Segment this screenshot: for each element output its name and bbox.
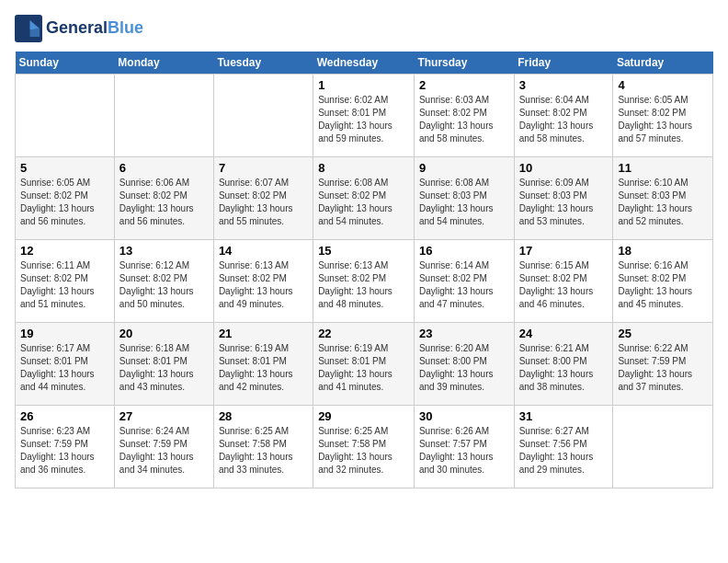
- calendar-cell: 19Sunrise: 6:17 AM Sunset: 8:01 PM Dayli…: [16, 323, 115, 406]
- day-info: Sunrise: 6:19 AM Sunset: 8:01 PM Dayligh…: [219, 342, 308, 394]
- calendar-cell: 8Sunrise: 6:08 AM Sunset: 8:02 PM Daylig…: [313, 157, 415, 240]
- day-number: 20: [119, 327, 209, 340]
- calendar-cell: 11Sunrise: 6:10 AM Sunset: 8:03 PM Dayli…: [613, 157, 713, 240]
- day-number: 29: [318, 409, 409, 423]
- calendar-cell: [213, 75, 313, 157]
- day-info: Sunrise: 6:10 AM Sunset: 8:03 PM Dayligh…: [618, 177, 708, 228]
- day-number: 12: [20, 244, 109, 258]
- day-info: Sunrise: 6:26 AM Sunset: 7:57 PM Dayligh…: [419, 425, 509, 477]
- logo: GeneralBlue: [15, 15, 143, 42]
- day-number: 16: [419, 244, 509, 258]
- day-info: Sunrise: 6:17 AM Sunset: 8:01 PM Dayligh…: [20, 342, 109, 394]
- day-number: 17: [519, 244, 609, 258]
- calendar-cell: 2Sunrise: 6:03 AM Sunset: 8:02 PM Daylig…: [414, 75, 514, 157]
- day-number: 31: [519, 409, 609, 423]
- calendar-cell: 26Sunrise: 6:23 AM Sunset: 7:59 PM Dayli…: [16, 406, 115, 488]
- weekday-header-monday: Monday: [114, 52, 213, 75]
- logo-icon: [15, 15, 42, 42]
- calendar-week-row: 26Sunrise: 6:23 AM Sunset: 7:59 PM Dayli…: [16, 406, 713, 488]
- day-number: 26: [20, 409, 109, 423]
- calendar-cell: 27Sunrise: 6:24 AM Sunset: 7:59 PM Dayli…: [114, 406, 213, 488]
- calendar-cell: 4Sunrise: 6:05 AM Sunset: 8:02 PM Daylig…: [613, 75, 713, 157]
- day-info: Sunrise: 6:08 AM Sunset: 8:02 PM Dayligh…: [318, 177, 409, 228]
- day-info: Sunrise: 6:22 AM Sunset: 7:59 PM Dayligh…: [618, 342, 708, 394]
- calendar-cell: [16, 75, 115, 157]
- weekday-header-friday: Friday: [514, 52, 613, 75]
- day-info: Sunrise: 6:21 AM Sunset: 8:00 PM Dayligh…: [519, 342, 609, 394]
- calendar-cell: 10Sunrise: 6:09 AM Sunset: 8:03 PM Dayli…: [514, 157, 613, 240]
- calendar-table: SundayMondayTuesdayWednesdayThursdayFrid…: [15, 52, 713, 488]
- day-number: 4: [618, 78, 708, 92]
- day-number: 24: [519, 327, 609, 340]
- weekday-header-tuesday: Tuesday: [213, 52, 313, 75]
- calendar-cell: 13Sunrise: 6:12 AM Sunset: 8:02 PM Dayli…: [114, 240, 213, 323]
- calendar-body: 1Sunrise: 6:02 AM Sunset: 8:01 PM Daylig…: [16, 75, 713, 488]
- calendar-cell: 24Sunrise: 6:21 AM Sunset: 8:00 PM Dayli…: [514, 323, 613, 406]
- weekday-header-wednesday: Wednesday: [313, 52, 415, 75]
- day-info: Sunrise: 6:18 AM Sunset: 8:01 PM Dayligh…: [119, 342, 209, 394]
- calendar-cell: 14Sunrise: 6:13 AM Sunset: 8:02 PM Dayli…: [213, 240, 313, 323]
- day-info: Sunrise: 6:13 AM Sunset: 8:02 PM Dayligh…: [219, 259, 308, 311]
- day-info: Sunrise: 6:06 AM Sunset: 8:02 PM Dayligh…: [119, 177, 209, 228]
- day-number: 5: [20, 161, 109, 175]
- day-info: Sunrise: 6:25 AM Sunset: 7:58 PM Dayligh…: [318, 425, 409, 477]
- calendar-cell: 16Sunrise: 6:14 AM Sunset: 8:02 PM Dayli…: [414, 240, 514, 323]
- day-info: Sunrise: 6:24 AM Sunset: 7:59 PM Dayligh…: [119, 425, 209, 477]
- day-number: 9: [419, 161, 509, 175]
- day-info: Sunrise: 6:03 AM Sunset: 8:02 PM Dayligh…: [419, 94, 509, 145]
- calendar-cell: 25Sunrise: 6:22 AM Sunset: 7:59 PM Dayli…: [613, 323, 713, 406]
- day-number: 10: [519, 161, 609, 175]
- calendar-cell: 30Sunrise: 6:26 AM Sunset: 7:57 PM Dayli…: [414, 406, 514, 488]
- day-info: Sunrise: 6:27 AM Sunset: 7:56 PM Dayligh…: [519, 425, 609, 477]
- day-number: 7: [219, 161, 308, 175]
- calendar-cell: 31Sunrise: 6:27 AM Sunset: 7:56 PM Dayli…: [514, 406, 613, 488]
- header-row: SundayMondayTuesdayWednesdayThursdayFrid…: [16, 52, 713, 75]
- calendar-cell: 12Sunrise: 6:11 AM Sunset: 8:02 PM Dayli…: [16, 240, 115, 323]
- calendar-week-row: 1Sunrise: 6:02 AM Sunset: 8:01 PM Daylig…: [16, 75, 713, 157]
- svg-marker-2: [30, 29, 40, 37]
- day-info: Sunrise: 6:25 AM Sunset: 7:58 PM Dayligh…: [219, 425, 308, 477]
- logo-text: GeneralBlue: [46, 19, 143, 38]
- weekday-header-sunday: Sunday: [16, 52, 115, 75]
- calendar-cell: 6Sunrise: 6:06 AM Sunset: 8:02 PM Daylig…: [114, 157, 213, 240]
- day-number: 15: [318, 244, 409, 258]
- day-info: Sunrise: 6:23 AM Sunset: 7:59 PM Dayligh…: [20, 425, 109, 477]
- calendar-cell: [114, 75, 213, 157]
- calendar-cell: 5Sunrise: 6:05 AM Sunset: 8:02 PM Daylig…: [16, 157, 115, 240]
- calendar-week-row: 19Sunrise: 6:17 AM Sunset: 8:01 PM Dayli…: [16, 323, 713, 406]
- calendar-cell: 3Sunrise: 6:04 AM Sunset: 8:02 PM Daylig…: [514, 75, 613, 157]
- day-info: Sunrise: 6:16 AM Sunset: 8:02 PM Dayligh…: [618, 259, 708, 311]
- day-number: 23: [419, 327, 509, 340]
- calendar-cell: 18Sunrise: 6:16 AM Sunset: 8:02 PM Dayli…: [613, 240, 713, 323]
- day-info: Sunrise: 6:13 AM Sunset: 8:02 PM Dayligh…: [318, 259, 409, 311]
- day-number: 25: [618, 327, 708, 340]
- day-number: 19: [20, 327, 109, 340]
- weekday-header-saturday: Saturday: [613, 52, 713, 75]
- calendar-cell: 9Sunrise: 6:08 AM Sunset: 8:03 PM Daylig…: [414, 157, 514, 240]
- day-info: Sunrise: 6:19 AM Sunset: 8:01 PM Dayligh…: [318, 342, 409, 394]
- day-info: Sunrise: 6:14 AM Sunset: 8:02 PM Dayligh…: [419, 259, 509, 311]
- day-number: 2: [419, 78, 509, 92]
- day-number: 22: [318, 327, 409, 340]
- calendar-cell: 17Sunrise: 6:15 AM Sunset: 8:02 PM Dayli…: [514, 240, 613, 323]
- day-info: Sunrise: 6:20 AM Sunset: 8:00 PM Dayligh…: [419, 342, 509, 394]
- day-info: Sunrise: 6:05 AM Sunset: 8:02 PM Dayligh…: [618, 94, 708, 145]
- day-number: 27: [119, 409, 209, 423]
- day-info: Sunrise: 6:05 AM Sunset: 8:02 PM Dayligh…: [20, 177, 109, 228]
- day-number: 3: [519, 78, 609, 92]
- calendar-cell: 23Sunrise: 6:20 AM Sunset: 8:00 PM Dayli…: [414, 323, 514, 406]
- day-info: Sunrise: 6:11 AM Sunset: 8:02 PM Dayligh…: [20, 259, 109, 311]
- day-number: 14: [219, 244, 308, 258]
- calendar-week-row: 5Sunrise: 6:05 AM Sunset: 8:02 PM Daylig…: [16, 157, 713, 240]
- day-info: Sunrise: 6:08 AM Sunset: 8:03 PM Dayligh…: [419, 177, 509, 228]
- day-info: Sunrise: 6:02 AM Sunset: 8:01 PM Dayligh…: [318, 94, 409, 145]
- day-number: 21: [219, 327, 308, 340]
- calendar-cell: 22Sunrise: 6:19 AM Sunset: 8:01 PM Dayli…: [313, 323, 415, 406]
- day-number: 6: [119, 161, 209, 175]
- calendar-header: SundayMondayTuesdayWednesdayThursdayFrid…: [16, 52, 713, 75]
- day-info: Sunrise: 6:15 AM Sunset: 8:02 PM Dayligh…: [519, 259, 609, 311]
- calendar-cell: 1Sunrise: 6:02 AM Sunset: 8:01 PM Daylig…: [313, 75, 415, 157]
- calendar-cell: 21Sunrise: 6:19 AM Sunset: 8:01 PM Dayli…: [213, 323, 313, 406]
- weekday-header-thursday: Thursday: [414, 52, 514, 75]
- day-info: Sunrise: 6:07 AM Sunset: 8:02 PM Dayligh…: [219, 177, 308, 228]
